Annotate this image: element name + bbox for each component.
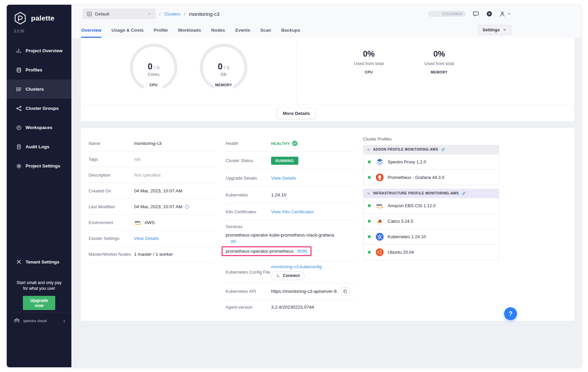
project-selector[interactable]: Default bbox=[83, 9, 156, 19]
svg-text:aws: aws bbox=[135, 220, 140, 223]
view-k8s-certificates-link[interactable]: View K8s Certificates bbox=[271, 209, 314, 214]
service-prometheus-name: prometheus-operator-prometheus bbox=[226, 249, 294, 254]
sidebar-item-workspaces[interactable]: Workspaces bbox=[7, 118, 71, 137]
sidebar-item-label: Cluster Groups bbox=[26, 106, 59, 111]
user-menu-button[interactable] bbox=[499, 11, 511, 17]
profile-pack-ubuntu[interactable]: Ubuntu 20.04 bbox=[363, 244, 499, 260]
sidebar-item-project-overview[interactable]: Project Overview bbox=[7, 41, 71, 60]
cpu-gauge-label: CPU bbox=[128, 83, 179, 87]
detail-row-created: Created On 04 Mar, 2023, 10:07 AM bbox=[89, 183, 216, 199]
tab-overview[interactable]: Overview bbox=[81, 23, 101, 38]
sidebar-item-label: Project Overview bbox=[26, 48, 63, 53]
brand-row: palette bbox=[7, 5, 71, 25]
tabbar: Overview Usage & Costs Profile Workloads… bbox=[71, 23, 581, 38]
detail-row-cluster-status: Cluster Status RUNNING bbox=[226, 152, 356, 170]
addon-profile-header[interactable]: ADDON PROFILE MONITORING-AWS bbox=[363, 145, 499, 154]
breadcrumb-clusters[interactable]: Clusters bbox=[164, 11, 181, 17]
user-icon bbox=[499, 11, 505, 17]
tab-scan[interactable]: Scan bbox=[260, 23, 271, 38]
help-button[interactable]: ? bbox=[504, 307, 517, 320]
memory-used: 0 bbox=[218, 62, 223, 71]
sidebar-item-audit-logs[interactable]: Audit Logs bbox=[7, 137, 71, 156]
cluster-name-value: monitoring-c3 bbox=[134, 141, 162, 146]
detail-row-cluster-settings: Cluster Settings View Details bbox=[89, 230, 216, 246]
environment-value: AWS bbox=[144, 220, 155, 225]
service-grafana-port-link[interactable]: :80 bbox=[226, 238, 236, 245]
profile-pack-amazon-ebs-csi[interactable]: aws Amazon EBS CSI 1.12.0 bbox=[363, 198, 499, 214]
more-details-button[interactable]: More Details bbox=[277, 108, 315, 119]
sidebar-item-clusters[interactable]: Clusters bbox=[7, 80, 71, 99]
sidebar: palette 3.2.30 Project Overview Profiles bbox=[7, 5, 71, 367]
profile-pack-spectro-proxy[interactable]: Spectro Proxy 1.2.0 bbox=[363, 154, 499, 170]
topbar: Default / Clusters / monitoring-c3 0.01/… bbox=[71, 5, 581, 23]
kubeconfig-download-link[interactable]: monitoring-c3.kubeconfig bbox=[271, 264, 322, 269]
tab-nodes[interactable]: Nodes bbox=[211, 23, 225, 38]
collapse-sidebar-icon[interactable]: ‹ bbox=[63, 318, 65, 324]
usage-overview-card: 0 / 0 Cores CPU 0 / 0 bbox=[81, 38, 575, 121]
kubernetes-api-url: https://monitoring-c3-apiserver-9... bbox=[271, 289, 338, 294]
cpu-used: 0 bbox=[148, 62, 153, 71]
header-region: Default / Clusters / monitoring-c3 0.01/… bbox=[71, 5, 581, 38]
tools-icon bbox=[16, 259, 22, 265]
sidebar-item-project-settings[interactable]: Project Settings bbox=[7, 156, 71, 176]
cluster-settings-view-details-link[interactable]: View Details bbox=[134, 236, 159, 241]
tab-profile[interactable]: Profile bbox=[154, 23, 168, 38]
settings-button[interactable]: Settings bbox=[478, 25, 511, 35]
profile-pack-prometheus-grafana[interactable]: Prometheus - Grafana 44.3.0 bbox=[363, 169, 499, 185]
memory-gauge: 0 / 0 Gb MEMORY bbox=[198, 42, 249, 93]
highlighted-prometheus-service: prometheus-operator-prometheus :9090 bbox=[222, 246, 312, 256]
ubuntu-icon bbox=[375, 248, 384, 257]
memory-gauge-label: MEMORY bbox=[198, 83, 249, 87]
last-modified-value: 04 Mar, 2023, 10:07 AM bbox=[134, 204, 182, 209]
tab-usage-costs[interactable]: Usage & Costs bbox=[111, 23, 143, 38]
clusters-icon bbox=[16, 86, 22, 92]
breadcrumb-separator: / bbox=[184, 11, 185, 17]
connect-button[interactable]: Connect bbox=[271, 271, 305, 280]
sidebar-item-profiles[interactable]: Profiles bbox=[7, 60, 71, 80]
info-icon[interactable] bbox=[185, 204, 190, 209]
workspaces-icon bbox=[16, 125, 22, 131]
spectro-cloud-logo-icon bbox=[13, 317, 20, 324]
notifications-button[interactable] bbox=[486, 11, 492, 17]
main-area: Default / Clusters / monitoring-c3 0.01/… bbox=[71, 5, 581, 367]
tab-backups[interactable]: Backups bbox=[281, 23, 300, 38]
promo-line-2: for what you use! bbox=[7, 286, 71, 291]
cpu-unit: Cores bbox=[128, 72, 179, 77]
notifications-icon bbox=[486, 11, 492, 17]
chat-button[interactable] bbox=[472, 10, 480, 18]
cluster-profiles-title: Cluster Profiles bbox=[363, 137, 499, 142]
sidebar-nav: Project Overview Profiles Clusters Clust… bbox=[7, 41, 71, 176]
tags-value: n/a bbox=[134, 157, 140, 162]
detail-row-agent: Agent version 3.2.4/20230223.0744 bbox=[226, 300, 356, 314]
service-prometheus-port-link[interactable]: :9090 bbox=[296, 249, 307, 254]
nodes-value: 1 master / 1 worker bbox=[134, 252, 173, 257]
link-icon[interactable] bbox=[441, 147, 446, 152]
cluster-info-column: Name monitoring-c3 Tags n/a Description … bbox=[89, 135, 216, 262]
profile-pack-calico[interactable]: Calico 3.24.5 bbox=[363, 213, 499, 229]
detail-row-health: Health HEALTHY bbox=[226, 135, 356, 152]
sidebar-item-tenant-settings[interactable]: Tenant Settings bbox=[7, 253, 71, 270]
link-icon[interactable] bbox=[461, 191, 466, 196]
sidebar-item-label: Profiles bbox=[26, 67, 42, 72]
calico-icon bbox=[375, 217, 384, 226]
kubernetes-version: 1.24.10 bbox=[271, 192, 286, 197]
sidebar-item-cluster-groups[interactable]: Cluster Groups bbox=[7, 99, 71, 118]
gear-icon bbox=[16, 163, 22, 169]
cluster-profiles-column: Cluster Profiles ADDON PROFILE MONITORIN… bbox=[363, 137, 499, 260]
detail-row-kubernetes: Kubernetes 1.24.10 bbox=[226, 187, 356, 204]
prometheus-icon bbox=[375, 173, 384, 182]
sidebar-item-label: Workspaces bbox=[26, 125, 52, 130]
brand-name: palette bbox=[31, 14, 55, 22]
breadcrumb-current: monitoring-c3 bbox=[189, 11, 220, 17]
tab-workloads[interactable]: Workloads bbox=[178, 23, 201, 38]
profile-pack-kubernetes[interactable]: Kubernetes 1.24.10 bbox=[363, 229, 499, 245]
copy-button[interactable] bbox=[341, 287, 349, 296]
more-details-row: More Details bbox=[81, 104, 575, 121]
upgrade-view-details-link[interactable]: View Details bbox=[271, 176, 296, 181]
infrastructure-profile-header[interactable]: INFRASTRUCTURE PROFILE MONITORING-AWS bbox=[363, 189, 499, 198]
upgrade-now-button[interactable]: Upgrade now bbox=[23, 296, 55, 310]
tab-events[interactable]: Events bbox=[235, 23, 250, 38]
status-dot bbox=[368, 235, 371, 238]
project-selector-value: Default bbox=[95, 11, 109, 17]
upgrade-promo: Start small and only pay for what you us… bbox=[7, 280, 71, 291]
